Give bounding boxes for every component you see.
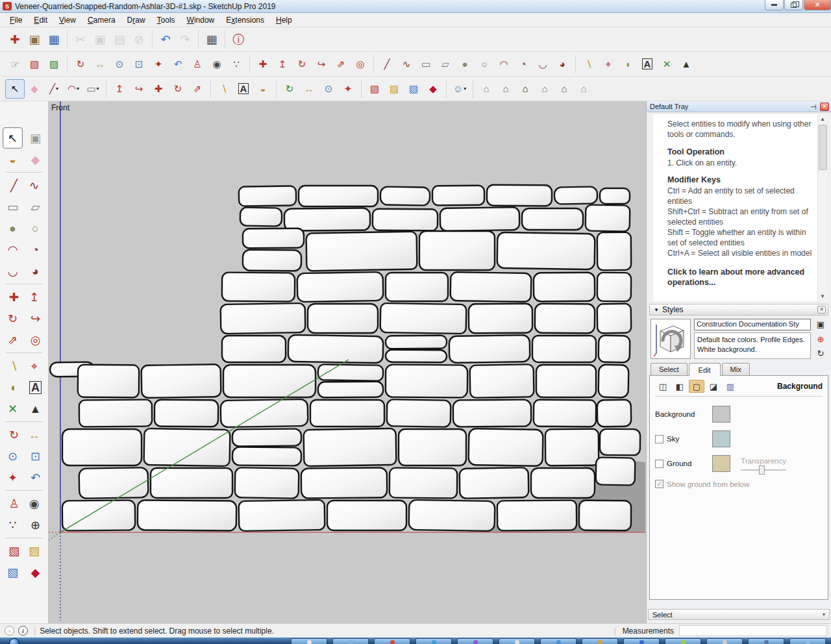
line-menu-button[interactable]: ╱▾ [44, 79, 64, 99]
stone[interactable] [142, 364, 221, 398]
line-tool-button[interactable]: ╱ [377, 55, 397, 74]
follow-me-button[interactable]: ↪ [25, 308, 45, 329]
sky-color-swatch[interactable] [712, 430, 730, 447]
offset-button[interactable]: ◎ [351, 55, 370, 74]
scroll-thumb[interactable] [819, 125, 827, 170]
follow-me-button[interactable]: ↪ [129, 79, 149, 99]
stone[interactable] [487, 185, 552, 206]
pie-button[interactable]: ◔ [25, 239, 45, 260]
sector-button[interactable]: ◕ [25, 260, 45, 282]
stone[interactable] [308, 304, 378, 333]
taskbar-button[interactable] [457, 638, 493, 644]
measurements-input[interactable] [679, 625, 827, 636]
stone[interactable] [387, 399, 451, 427]
circle-button[interactable]: ● [3, 217, 23, 239]
zoom-window-button[interactable]: ⊡ [129, 55, 149, 74]
pan-button[interactable]: ↔ [25, 424, 43, 445]
open-button[interactable]: ▣ [25, 30, 44, 49]
stone[interactable] [497, 232, 595, 269]
scale-button[interactable]: ⇗ [188, 79, 207, 99]
stone[interactable] [470, 364, 534, 398]
stone[interactable] [62, 429, 142, 465]
line-tool-button[interactable]: ╱ [5, 175, 23, 196]
rotate-button[interactable]: ↻ [292, 55, 312, 74]
stone[interactable] [554, 186, 597, 204]
stone[interactable] [138, 500, 236, 530]
stone[interactable] [469, 304, 532, 334]
hand-tool-button[interactable]: ☞ [5, 55, 25, 74]
menu-draw[interactable]: Draw [121, 14, 151, 26]
stone[interactable] [386, 336, 447, 349]
stone[interactable] [155, 400, 218, 427]
pie-button[interactable]: ◔ [514, 55, 533, 74]
make-component-button[interactable]: ▣ [25, 127, 45, 149]
eraser-button[interactable]: ◆ [25, 149, 45, 170]
stone[interactable] [597, 232, 631, 270]
windows-taskbar[interactable] [0, 638, 831, 644]
stone[interactable] [222, 336, 286, 362]
threed-text-button[interactable]: ▲ [25, 398, 45, 419]
stone[interactable] [223, 365, 316, 397]
push-pull-button[interactable]: ↥ [110, 79, 129, 99]
protractor-button[interactable]: ◖ [618, 55, 638, 74]
stone[interactable] [239, 186, 296, 206]
extension-warehouse-button[interactable]: ◆ [25, 562, 45, 583]
zoom-button[interactable]: ⊙ [110, 55, 129, 74]
viewport-canvas[interactable] [49, 101, 645, 623]
walk-button[interactable]: ∵ [3, 514, 23, 536]
chevron-down-icon[interactable]: ▾ [56, 86, 58, 92]
background-settings-subtab[interactable]: ▢ [689, 380, 704, 393]
menu-edit[interactable]: Edit [28, 14, 53, 26]
zoom-extents-button[interactable]: ✦ [3, 467, 23, 488]
polygon-button[interactable]: ○ [25, 217, 45, 239]
watermark-settings-subtab[interactable]: ◪ [706, 380, 721, 393]
stone[interactable] [243, 229, 304, 249]
show-ground-checkbox[interactable]: ✓ [655, 480, 664, 488]
view-iso-button[interactable]: ⌂ [477, 79, 496, 99]
styles-panel-header[interactable]: ▼ Styles ✕ [649, 304, 828, 316]
offset-button[interactable]: ◎ [25, 329, 45, 351]
position-camera-button[interactable]: ♙ [5, 493, 23, 514]
chevron-down-icon[interactable]: ▾ [464, 86, 466, 92]
model-info-button[interactable]: ⓘ [229, 30, 248, 49]
taskbar-button[interactable] [332, 638, 369, 644]
stone[interactable] [386, 365, 467, 398]
taskbar-button[interactable] [582, 638, 618, 644]
stone[interactable] [599, 336, 630, 363]
stone[interactable] [306, 232, 417, 271]
stone[interactable] [534, 273, 595, 302]
stone[interactable] [451, 272, 532, 302]
stone[interactable] [534, 400, 596, 427]
account-button[interactable]: ☺▾ [450, 79, 469, 99]
style-description-input[interactable]: Default face colors. Profile Edges. Whit… [694, 332, 811, 359]
move-button[interactable]: ✚ [253, 55, 273, 74]
stone[interactable] [419, 231, 495, 270]
stone[interactable] [440, 207, 520, 231]
move-button[interactable]: ✚ [149, 79, 168, 99]
print-button[interactable]: ▦ [202, 30, 221, 49]
orbit-button[interactable]: ↻ [280, 79, 299, 99]
model-viewport[interactable]: Front [49, 101, 646, 623]
menu-view[interactable]: View [53, 14, 82, 26]
arc-button[interactable]: ◠ [494, 55, 514, 74]
stone[interactable] [297, 272, 384, 302]
redo-button[interactable]: ↷ [175, 30, 195, 49]
minimize-button[interactable] [765, 0, 784, 10]
zoom-button[interactable]: ⊙ [319, 79, 338, 99]
cut-button[interactable]: ✂ [71, 30, 90, 49]
warehouse-button[interactable]: ▧ [5, 540, 23, 562]
stone[interactable] [304, 428, 397, 466]
stone[interactable] [532, 336, 596, 362]
stone[interactable] [386, 350, 447, 363]
sector-button[interactable]: ◕ [552, 55, 572, 74]
tab-mix[interactable]: Mix [722, 363, 750, 376]
share-component-button[interactable]: ▨ [384, 79, 404, 99]
taskbar-button[interactable] [416, 638, 452, 644]
zoom-window-button[interactable]: ⊡ [25, 445, 45, 467]
stone[interactable] [535, 304, 595, 334]
stone[interactable] [299, 186, 378, 206]
orbit-button[interactable]: ↻ [5, 424, 23, 445]
menu-file[interactable]: File [4, 14, 28, 26]
stone[interactable] [449, 335, 530, 363]
chevron-down-icon[interactable]: ▾ [97, 86, 99, 92]
